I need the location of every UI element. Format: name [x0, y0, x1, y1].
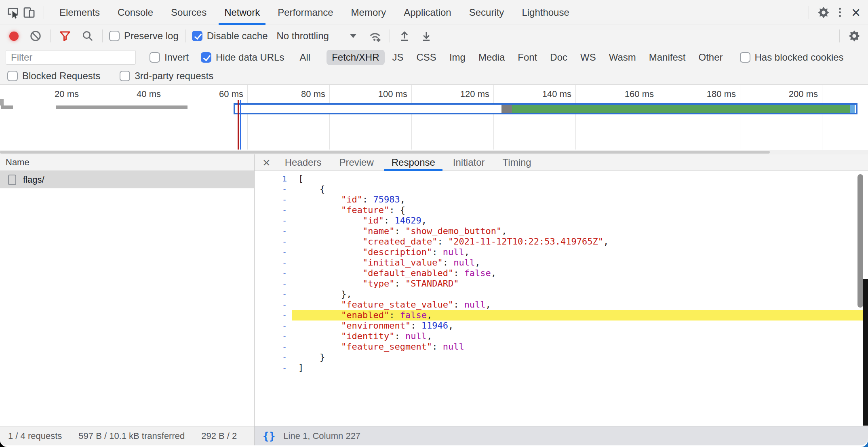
line-number: -	[255, 320, 292, 331]
invert-checkbox[interactable]: Invert	[150, 52, 189, 63]
filter-type-wasm[interactable]: Wasm	[604, 50, 641, 65]
record-network-log-button[interactable]	[6, 28, 22, 44]
code-text: "id": 75983,	[292, 194, 868, 205]
clear-network-log-button[interactable]	[27, 28, 44, 44]
transferred-size: 597 B / 10.1 kB transferred	[78, 431, 185, 441]
timeline-tick-label: 160 ms	[605, 89, 654, 99]
token: "enabled"	[341, 310, 389, 320]
response-scrollbar-thumb[interactable]	[857, 174, 863, 308]
checkbox-checked[interactable]	[201, 52, 211, 63]
checkbox-unchecked[interactable]	[150, 52, 160, 63]
hide-data-urls-checkbox[interactable]: Hide data URLs	[201, 52, 284, 63]
filter-type-font[interactable]: Font	[512, 50, 542, 65]
tab-lighthouse[interactable]: Lighthouse	[518, 0, 573, 25]
token: ]	[298, 363, 303, 373]
token	[298, 257, 362, 268]
checkbox-unchecked[interactable]	[740, 52, 750, 63]
has-blocked-cookies-checkbox[interactable]: Has blocked cookies	[740, 52, 844, 63]
token: "feature_segment"	[341, 342, 432, 352]
tab-sources[interactable]: Sources	[167, 0, 211, 25]
network-overview-timeline[interactable]: 20 ms40 ms60 ms80 ms100 ms120 ms140 ms16…	[0, 85, 868, 154]
checkbox-unchecked[interactable]	[120, 71, 130, 81]
token: "2021-11-12T10:22:53.419765Z"	[448, 236, 603, 247]
filter-type-all[interactable]: All	[294, 50, 316, 65]
search-button[interactable]	[80, 28, 96, 44]
detail-tab-headers[interactable]: Headers	[280, 154, 327, 171]
token: "identity"	[341, 331, 394, 341]
token: false	[464, 268, 491, 278]
filter-type-doc[interactable]: Doc	[545, 50, 573, 65]
more-options-button[interactable]	[832, 4, 848, 21]
filter-type-img[interactable]: Img	[444, 50, 471, 65]
close-detail-button[interactable]: ×	[257, 156, 276, 169]
filter-toggle-button[interactable]	[57, 28, 73, 44]
throttling-select[interactable]: No throttling	[276, 30, 356, 42]
token	[298, 299, 341, 310]
detail-tab-response[interactable]: Response	[387, 154, 440, 171]
settings-button[interactable]	[815, 4, 832, 21]
line-number: -	[255, 236, 292, 247]
overview-idle-bar	[1, 105, 13, 109]
import-har-button[interactable]	[396, 28, 413, 44]
token	[298, 331, 341, 341]
network-conditions-button[interactable]	[367, 28, 383, 44]
disable-cache-checkbox[interactable]: Disable cache	[192, 30, 268, 42]
preserve-log-checkbox[interactable]: Preserve log	[109, 30, 179, 42]
code-text: "description": null,	[292, 247, 868, 257]
source-status-bar: {} Line 1, Column 227	[255, 426, 868, 445]
token: :	[437, 236, 448, 247]
request-row-flags[interactable]: flags/	[0, 171, 254, 188]
code-line: -]	[255, 363, 868, 373]
code-text: "environment": 11946,	[292, 320, 868, 331]
toggle-device-toolbar-button[interactable]	[21, 4, 37, 21]
name-column-label: Name	[6, 157, 29, 168]
filter-type-media[interactable]: Media	[473, 50, 510, 65]
pretty-print-button[interactable]: {}	[263, 430, 275, 442]
tab-performance[interactable]: Performance	[274, 0, 337, 25]
filter-type-manifest[interactable]: Manifest	[644, 50, 691, 65]
overview-scrollbar[interactable]	[0, 150, 868, 154]
line-number: -	[255, 342, 292, 352]
timeline-gridline	[493, 85, 494, 150]
requests-column-header[interactable]: Name	[0, 154, 254, 171]
line-number: -	[255, 247, 292, 257]
filter-type-ws[interactable]: WS	[575, 50, 601, 65]
tab-console[interactable]: Console	[114, 0, 157, 25]
filter-input[interactable]	[6, 50, 136, 65]
timeline-tick-label: 20 ms	[30, 89, 79, 99]
tab-elements[interactable]: Elements	[55, 0, 104, 25]
timeline-gridline	[658, 85, 658, 150]
export-har-button[interactable]	[418, 28, 434, 44]
tab-security[interactable]: Security	[465, 0, 508, 25]
blocked-requests-checkbox[interactable]: Blocked Requests	[7, 70, 100, 82]
filter-type-js[interactable]: JS	[387, 50, 409, 65]
has-blocked-cookies-label: Has blocked cookies	[755, 52, 844, 63]
tab-network[interactable]: Network	[220, 0, 264, 25]
detail-tab-initiator[interactable]: Initiator	[448, 154, 490, 171]
code-text: "name": "show_demo_button",	[292, 226, 868, 236]
checkbox-unchecked[interactable]	[109, 31, 120, 41]
overview-scrollbar-thumb[interactable]	[0, 151, 770, 154]
inspect-element-button[interactable]	[5, 4, 21, 21]
overview-request-bar[interactable]	[234, 103, 857, 114]
detail-tab-timing[interactable]: Timing	[498, 154, 536, 171]
network-settings-button[interactable]	[846, 28, 862, 44]
token	[298, 278, 362, 289]
response-body-view[interactable]: 1[- {- "id": 75983,- "feature": {- "id":…	[255, 171, 868, 426]
checkbox-checked[interactable]	[192, 31, 202, 41]
code-text: {	[292, 184, 868, 194]
toolbar-divider	[185, 30, 185, 42]
filter-type-other[interactable]: Other	[693, 50, 728, 65]
filter-type-css[interactable]: CSS	[411, 50, 442, 65]
detail-tab-preview[interactable]: Preview	[334, 154, 378, 171]
tab-memory[interactable]: Memory	[347, 0, 390, 25]
filter-type-fetch-xhr[interactable]: Fetch/XHR	[327, 50, 384, 65]
token: :	[394, 278, 405, 289]
search-icon	[82, 30, 94, 42]
tab-application[interactable]: Application	[400, 0, 455, 25]
token: ,	[421, 215, 427, 226]
third-party-requests-checkbox[interactable]: 3rd-party requests	[120, 70, 213, 82]
token: :	[453, 268, 464, 278]
close-devtools-button[interactable]: ×	[848, 4, 864, 21]
checkbox-unchecked[interactable]	[7, 71, 18, 81]
